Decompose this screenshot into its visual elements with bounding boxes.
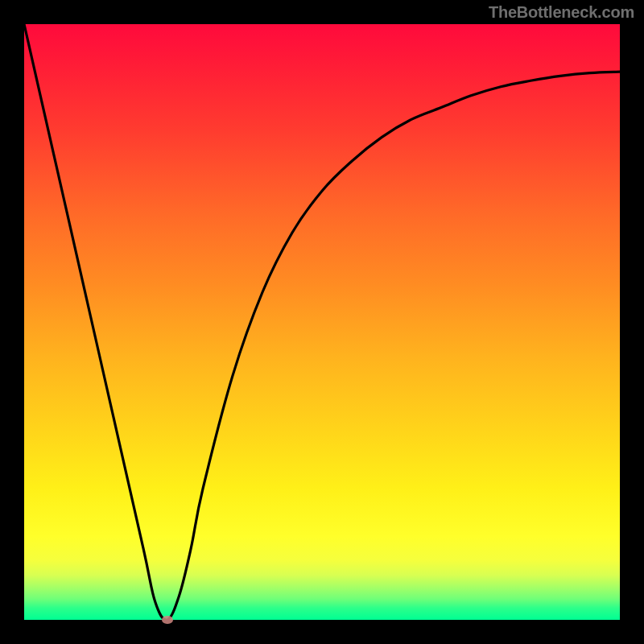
bottleneck-curve [24,24,620,620]
chart-frame: TheBottleneck.com [0,0,644,644]
optimal-point-marker [162,616,173,624]
plot-area [24,24,620,620]
watermark-text: TheBottleneck.com [489,3,634,22]
